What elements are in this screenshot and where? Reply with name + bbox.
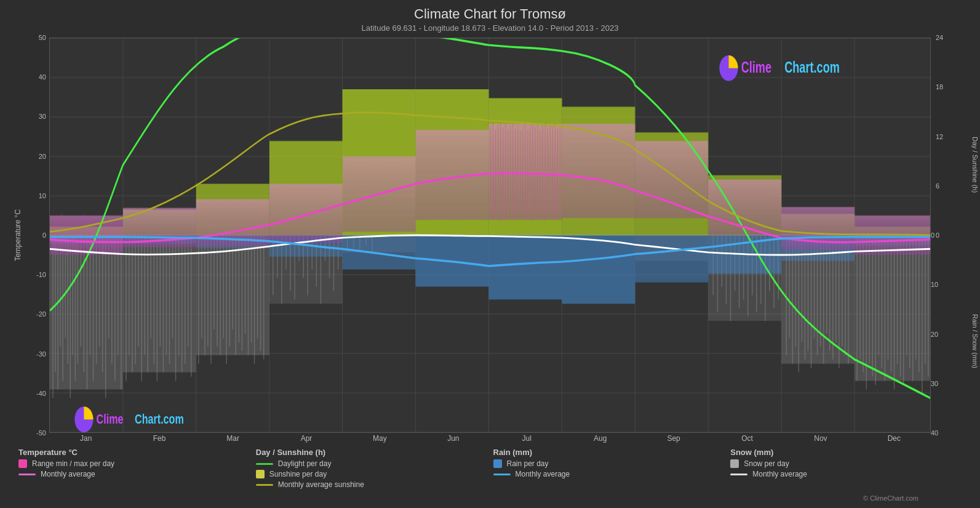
- svg-text:Chart.com: Chart.com: [135, 411, 184, 426]
- legend-day-section: Day / Sunshine (h) Daylight per day Suns…: [256, 448, 487, 491]
- legend-sunshine-avg-swatch: [256, 484, 273, 486]
- legend: Temperature °C Range min / max per day M…: [12, 443, 968, 493]
- svg-rect-212: [269, 184, 343, 243]
- legend-snow-avg: Monthly average: [730, 470, 962, 478]
- legend-rain-title: Rain (mm): [493, 448, 725, 457]
- chart-canvas: Clime Chart.com Clime Chart.com: [49, 38, 931, 433]
- svg-text:Clime: Clime: [741, 58, 771, 76]
- legend-rain-avg-swatch: [493, 474, 511, 475]
- legend-sunshine-avg: Monthly average sunshine: [256, 480, 487, 489]
- legend-snow-title: Snow (mm): [730, 448, 962, 457]
- svg-text:Clime: Clime: [97, 411, 124, 426]
- legend-snow-section: Snow (mm) Snow per day Monthly average: [730, 448, 962, 491]
- x-label-aug: Aug: [564, 434, 637, 443]
- x-label-nov: Nov: [784, 434, 857, 443]
- chart-subtitle: Latitude 69.631 - Longitude 18.673 - Ele…: [12, 23, 968, 33]
- svg-rect-186: [488, 235, 562, 299]
- x-label-apr: Apr: [269, 434, 343, 443]
- y-axis-left: Temperature °C 50 40 30 20 10 0 -10 -20 …: [12, 38, 49, 433]
- y-axis-right: 24 18 12 6 0 0 10 20 30 40 Day / Sunshin…: [931, 38, 968, 433]
- x-label-oct: Oct: [711, 434, 784, 443]
- x-label-jul: Jul: [490, 434, 564, 443]
- x-label-dec: Dec: [858, 434, 931, 443]
- legend-snow-swatch: [730, 459, 739, 468]
- chart-area: Temperature °C 50 40 30 20 10 0 -10 -20 …: [12, 38, 968, 433]
- x-axis: Jan Feb Mar Apr May Jun Jul Aug Sep Oct …: [49, 434, 931, 443]
- legend-day-title: Day / Sunshine (h): [256, 448, 487, 457]
- x-label-mar: Mar: [196, 434, 269, 443]
- legend-temp-title: Temperature °C: [18, 448, 250, 457]
- svg-text:Chart.com: Chart.com: [784, 58, 840, 76]
- legend-rain-per-day: Rain per day: [493, 459, 725, 468]
- chart-title: Climate Chart for Tromsø: [12, 6, 968, 22]
- legend-temp-section: Temperature °C Range min / max per day M…: [18, 448, 250, 491]
- legend-rain-swatch: [493, 459, 502, 468]
- x-label-feb: Feb: [122, 434, 196, 443]
- legend-rain-avg: Monthly average: [493, 470, 725, 478]
- svg-rect-187: [562, 235, 635, 304]
- legend-temp-avg-swatch: [18, 474, 36, 475]
- x-label-may: May: [343, 434, 416, 443]
- legend-sunshine: Sunshine per day: [256, 470, 487, 478]
- svg-rect-217: [635, 141, 708, 218]
- legend-temp-avg: Monthly average: [18, 470, 250, 478]
- y-axis-left-label: Temperature °C: [14, 209, 22, 261]
- legend-sunshine-swatch: [256, 470, 265, 478]
- x-label-jun: Jun: [416, 434, 490, 443]
- svg-rect-189: [635, 235, 708, 283]
- legend-rain-section: Rain (mm) Rain per day Monthly average: [493, 448, 725, 491]
- chart-header: Climate Chart for Tromsø Latitude 69.631…: [12, 6, 968, 33]
- legend-daylight-swatch: [256, 463, 273, 465]
- legend-temp-range: Range min / max per day: [18, 459, 250, 468]
- svg-rect-216: [562, 124, 635, 218]
- legend-snow-per-day: Snow per day: [730, 459, 962, 468]
- copyright: © ClimeChart.com: [12, 494, 968, 502]
- legend-snow-avg-swatch: [730, 474, 747, 475]
- svg-rect-188: [343, 235, 416, 270]
- x-label-sep: Sep: [637, 434, 710, 443]
- legend-temp-range-swatch: [18, 459, 27, 468]
- y-axis-right-bottom-label: Rain / Snow (mm): [971, 314, 979, 368]
- legend-daylight: Daylight per day: [256, 459, 487, 468]
- y-axis-right-top-label: Day / Sunshine (h): [971, 137, 979, 193]
- x-label-jan: Jan: [49, 434, 122, 443]
